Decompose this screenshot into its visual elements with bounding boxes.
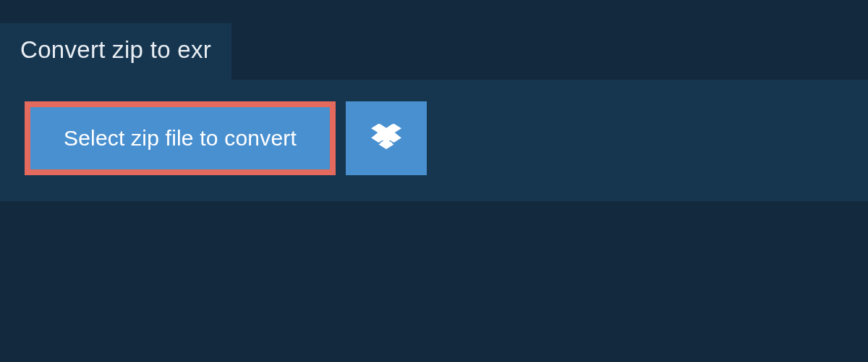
page-title-tab: Convert zip to exr [0,23,231,80]
select-file-button[interactable]: Select zip file to convert [25,101,336,175]
dropbox-icon [371,122,401,155]
upload-panel: Select zip file to convert [0,80,868,201]
select-file-label: Select zip file to convert [64,126,297,151]
page-title: Convert zip to exr [20,36,211,64]
button-row: Select zip file to convert [25,101,843,175]
dropbox-button[interactable] [346,101,427,175]
